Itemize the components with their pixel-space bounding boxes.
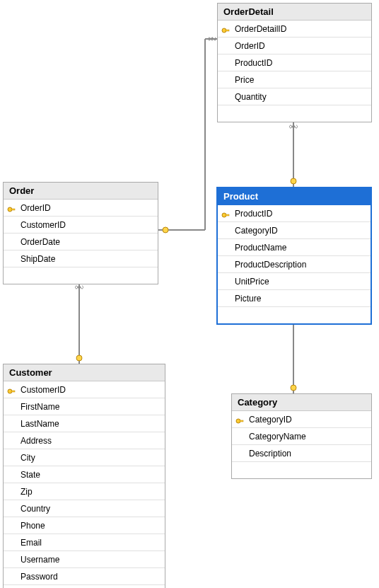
column-name: Username bbox=[19, 555, 165, 565]
column-name: ProductID bbox=[233, 58, 371, 68]
pk-icon bbox=[4, 386, 19, 394]
column-name: ProductID bbox=[233, 209, 371, 219]
table-row[interactable]: Email bbox=[4, 534, 165, 551]
table-row[interactable]: State bbox=[4, 466, 165, 483]
column-name: Description bbox=[247, 449, 371, 459]
table-row[interactable]: UnitPrice bbox=[218, 273, 371, 290]
table-row[interactable]: CategoryID bbox=[232, 411, 371, 428]
table-row[interactable]: City bbox=[4, 449, 165, 466]
table-title: Category bbox=[232, 394, 371, 411]
svg-rect-12 bbox=[11, 209, 15, 210]
table-row[interactable]: Username bbox=[4, 551, 165, 568]
column-name: Quantity bbox=[233, 92, 371, 102]
column-name: CustomerID bbox=[19, 220, 158, 230]
table-title: OrderDetail bbox=[218, 4, 371, 21]
table-row[interactable]: CategoryName bbox=[232, 428, 371, 445]
table-row[interactable]: Password bbox=[4, 568, 165, 585]
column-name: Password bbox=[19, 572, 165, 582]
table-row[interactable]: ShipDate bbox=[4, 250, 158, 267]
column-name: LastName bbox=[19, 419, 165, 429]
column-name: Picture bbox=[233, 294, 371, 304]
table-row[interactable]: OrderID bbox=[4, 200, 158, 217]
er-diagram-canvas[interactable]: OrderDetail OrderDetailID OrderID Produc… bbox=[0, 0, 379, 588]
pk-icon bbox=[4, 204, 19, 212]
table-title: Customer bbox=[4, 364, 165, 381]
column-name: CategoryID bbox=[247, 415, 371, 425]
table-row[interactable]: FirstName bbox=[4, 398, 165, 415]
table-row[interactable]: CustomerID bbox=[4, 381, 165, 398]
table-row[interactable]: ProductName bbox=[218, 239, 371, 256]
svg-rect-8 bbox=[226, 30, 229, 31]
table-row[interactable]: Description bbox=[232, 445, 371, 462]
table-row[interactable]: CategoryID bbox=[218, 222, 371, 239]
table-row[interactable]: CustomerID bbox=[4, 217, 158, 234]
table-row[interactable]: ProductDescription bbox=[218, 256, 371, 273]
column-name: State bbox=[19, 470, 165, 480]
rel-order-orderdetail bbox=[158, 38, 217, 233]
table-row[interactable]: OrderDetailID bbox=[218, 21, 371, 38]
blank-row bbox=[232, 462, 371, 478]
table-row[interactable]: Address bbox=[4, 432, 165, 449]
table-order[interactable]: Order OrderID CustomerID OrderDate ShipD… bbox=[3, 182, 158, 284]
column-name: CustomerID bbox=[19, 385, 165, 395]
pk-icon bbox=[218, 209, 233, 218]
table-category[interactable]: Category CategoryID CategoryName Descrip… bbox=[231, 393, 372, 479]
table-row[interactable]: Phone bbox=[4, 517, 165, 534]
table-row[interactable]: OrderID bbox=[218, 38, 371, 54]
column-name: Address bbox=[19, 436, 165, 446]
table-row[interactable]: LastName bbox=[4, 415, 165, 432]
column-name: ProductDescription bbox=[233, 260, 371, 270]
column-name: OrderID bbox=[233, 41, 371, 51]
column-name: OrderID bbox=[19, 203, 158, 213]
table-customer[interactable]: Customer CustomerID FirstName LastName A… bbox=[3, 364, 165, 588]
column-name: Zip bbox=[19, 487, 165, 497]
column-name: Phone bbox=[19, 521, 165, 531]
table-row[interactable]: Country bbox=[4, 500, 165, 517]
table-row[interactable]: OrderDate bbox=[4, 234, 158, 250]
column-name: CategoryID bbox=[233, 226, 371, 236]
column-name: Country bbox=[19, 504, 165, 514]
column-name: OrderDate bbox=[19, 237, 158, 247]
table-row[interactable]: ProductID bbox=[218, 54, 371, 71]
blank-row bbox=[218, 307, 371, 323]
table-row[interactable]: ProductID bbox=[218, 205, 371, 222]
table-row[interactable]: Quantity bbox=[218, 88, 371, 105]
column-name: Email bbox=[19, 538, 165, 548]
column-name: Price bbox=[233, 75, 371, 85]
column-name: ProductName bbox=[233, 243, 371, 253]
blank-row bbox=[4, 267, 158, 284]
pk-icon bbox=[232, 415, 247, 424]
table-orderdetail[interactable]: OrderDetail OrderDetailID OrderID Produc… bbox=[217, 3, 372, 122]
column-name: OrderDetailID bbox=[233, 24, 371, 34]
rel-order-customer bbox=[76, 282, 83, 364]
blank-row bbox=[4, 585, 165, 588]
table-product[interactable]: Product ProductID CategoryID ProductName… bbox=[216, 187, 372, 325]
table-row[interactable]: Picture bbox=[218, 290, 371, 307]
column-name: CategoryName bbox=[247, 432, 371, 442]
table-row[interactable]: Zip bbox=[4, 483, 165, 500]
column-name: FirstName bbox=[19, 402, 165, 412]
rel-product-orderdetail bbox=[290, 121, 298, 187]
column-name: ShipDate bbox=[19, 254, 158, 264]
svg-rect-16 bbox=[11, 391, 15, 392]
svg-rect-10 bbox=[226, 214, 229, 216]
table-row[interactable]: Price bbox=[218, 71, 371, 88]
svg-rect-14 bbox=[240, 420, 243, 422]
pk-icon bbox=[218, 25, 233, 33]
table-title: Order bbox=[4, 183, 158, 200]
column-name: City bbox=[19, 453, 165, 463]
blank-row bbox=[218, 105, 371, 122]
table-title: Product bbox=[218, 188, 371, 205]
column-name: UnitPrice bbox=[233, 277, 371, 287]
